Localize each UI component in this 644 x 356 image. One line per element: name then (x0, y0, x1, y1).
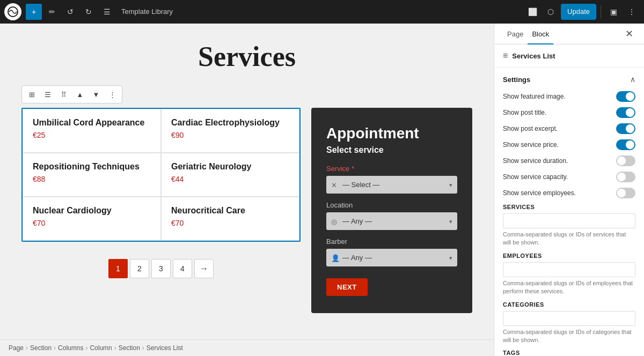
block-more-button[interactable]: ⋮ (105, 87, 120, 102)
toggle-service-duration-switch[interactable] (616, 155, 635, 166)
barber-icon: 👤 (331, 254, 340, 262)
page-4-button[interactable]: 4 (173, 259, 192, 278)
services-input[interactable] (503, 213, 635, 228)
panel-block-header: ≡ Services List (494, 44, 644, 68)
toggle-service-capacity-switch[interactable] (616, 172, 635, 182)
service-price: €90 (171, 131, 289, 139)
breadcrumb-columns[interactable]: Columns (58, 344, 83, 352)
employees-help-text: Comma-separated slugs or IDs of employee… (503, 279, 635, 296)
services-grid-wrapper: Umbilical Cord Appearance €25 Cardiac El… (21, 108, 301, 242)
page-title-topbar: Template Library (121, 8, 522, 16)
services-col: Umbilical Cord Appearance €25 Cardiac El… (21, 108, 301, 285)
tools-menu-button[interactable]: ☰ (99, 4, 115, 20)
tab-page[interactable]: Page (503, 24, 528, 44)
service-chevron-icon: ▾ (449, 181, 452, 188)
location-icon: ◎ (331, 217, 337, 225)
appointment-title: Appointment (326, 125, 457, 142)
toggle-post-excerpt-switch[interactable] (616, 123, 635, 134)
toggle-service-duration: Show service duration. (503, 155, 635, 166)
toggle-service-employees-switch[interactable] (616, 188, 635, 198)
move-up-button[interactable]: ▲ (72, 87, 87, 102)
service-card[interactable]: Cardiac Electrophysiology €90 (161, 109, 299, 153)
page-heading: Services (21, 41, 472, 72)
service-name: Neurocritical Care (171, 206, 289, 216)
breadcrumb-column[interactable]: Column (90, 344, 112, 352)
toggle-sidebar-button[interactable]: ▣ (605, 4, 621, 20)
tab-block[interactable]: Block (528, 24, 553, 44)
service-card[interactable]: Neurocritical Care €70 (161, 197, 299, 241)
service-card[interactable]: Repositioning Techniques €88 (23, 153, 161, 197)
service-field-label: Service * (326, 165, 457, 173)
next-button[interactable]: NEXT (326, 278, 368, 296)
editor-canvas: Services ⊞ ☰ ⠿ ▲ ▼ ⋮ Umbilical Cord Appe… (0, 24, 494, 339)
service-card[interactable]: Nuclear Cardiology €70 (23, 197, 161, 241)
external-link-button[interactable]: ⬡ (543, 4, 559, 20)
wp-logo (4, 3, 21, 20)
page-1-button[interactable]: 1 (108, 259, 128, 278)
services-field-label: SERVICES (503, 204, 635, 210)
breadcrumb-section[interactable]: Section (30, 344, 52, 352)
location-select[interactable]: — Any — (326, 212, 457, 230)
employees-field-label: EMPLOYEES (503, 253, 635, 259)
location-field-label: Location (326, 201, 457, 209)
page-3-button[interactable]: 3 (151, 259, 171, 278)
service-price: €25 (33, 131, 151, 139)
toggle-service-employees: Show service employees. (503, 188, 635, 198)
service-select-wrapper: ✕ — Select — ▾ (326, 176, 457, 194)
service-price: €44 (171, 175, 289, 183)
toggle-post-title-switch[interactable] (616, 107, 635, 118)
toggle-post-excerpt: Show post excerpt. (503, 123, 635, 134)
barber-select[interactable]: — Any — (326, 249, 457, 266)
drag-handle[interactable]: ⠿ (56, 87, 71, 102)
page-2-button[interactable]: 2 (130, 259, 149, 278)
service-select[interactable]: — Select — (326, 176, 457, 194)
right-panel: Page Block ✕ ≡ Services List Settings ∧ … (494, 24, 644, 356)
barber-chevron-icon: ▾ (449, 254, 452, 261)
service-card[interactable]: Umbilical Cord Appearance €25 (23, 109, 161, 153)
move-down-button[interactable]: ▼ (89, 87, 104, 102)
location-chevron-icon: ▾ (449, 218, 452, 225)
list-view-button[interactable]: ☰ (40, 87, 55, 102)
service-name: Nuclear Cardiology (33, 206, 151, 216)
panel-close-button[interactable]: ✕ (623, 26, 635, 42)
barber-field-label: Barber (326, 238, 457, 246)
breadcrumb-section2[interactable]: Section (119, 344, 140, 352)
pagination: 1 2 3 4 → (21, 253, 301, 285)
view-button[interactable]: ⬜ (524, 4, 540, 20)
grid-view-button[interactable]: ⊞ (24, 87, 39, 102)
more-options-button[interactable]: ⋮ (624, 4, 640, 20)
panel-block-title: Services List (512, 52, 555, 60)
toggle-featured-image: Show featured image. (503, 91, 635, 102)
service-card[interactable]: Geriatric Neurology €44 (161, 153, 299, 197)
content-row: Umbilical Cord Appearance €25 Cardiac El… (21, 108, 472, 313)
block-toolbar: ⊞ ☰ ⠿ ▲ ▼ ⋮ (21, 85, 122, 103)
appointment-widget: Appointment Select service Service * ✕ —… (311, 108, 472, 313)
update-button[interactable]: Update (561, 4, 596, 20)
services-grid: Umbilical Cord Appearance €25 Cardiac El… (23, 109, 299, 241)
services-help-text: Comma-separated slugs or IDs of services… (503, 231, 635, 247)
edit-tool-button[interactable]: ✏ (44, 4, 60, 20)
breadcrumb-page[interactable]: Page (9, 344, 24, 352)
breadcrumb-services-list[interactable]: Services List (147, 344, 183, 352)
service-name: Cardiac Electrophysiology (171, 118, 289, 128)
editor-area: Services ⊞ ☰ ⠿ ▲ ▼ ⋮ Umbilical Cord Appe… (0, 24, 494, 356)
categories-field-label: CATEGORIES (503, 301, 635, 308)
toggle-service-capacity: Show service capacity. (503, 172, 635, 182)
tags-field-label: TAGS (503, 350, 635, 356)
categories-input[interactable] (503, 311, 635, 326)
location-select-wrapper: ◎ — Any — ▾ (326, 212, 457, 230)
services-list-icon: ≡ (503, 51, 508, 61)
redo-button[interactable]: ↻ (80, 4, 97, 20)
employees-input[interactable] (503, 262, 635, 277)
add-block-button[interactable]: + (26, 4, 42, 20)
undo-button[interactable]: ↺ (62, 4, 78, 20)
service-select-icon: ✕ (331, 181, 337, 189)
next-page-button[interactable]: → (194, 259, 214, 278)
toggle-service-price-switch[interactable] (616, 139, 635, 150)
categories-help-text: Comma-separated slugs or IDs of categori… (503, 328, 635, 345)
main-layout: Services ⊞ ☰ ⠿ ▲ ▼ ⋮ Umbilical Cord Appe… (0, 24, 644, 356)
toggle-featured-image-switch[interactable] (616, 91, 635, 102)
panel-tabs: Page Block ✕ (494, 24, 644, 44)
topbar: + ✏ ↺ ↻ ☰ Template Library ⬜ ⬡ Update ▣ … (0, 0, 644, 24)
settings-collapse-button[interactable]: ∧ (630, 75, 635, 84)
